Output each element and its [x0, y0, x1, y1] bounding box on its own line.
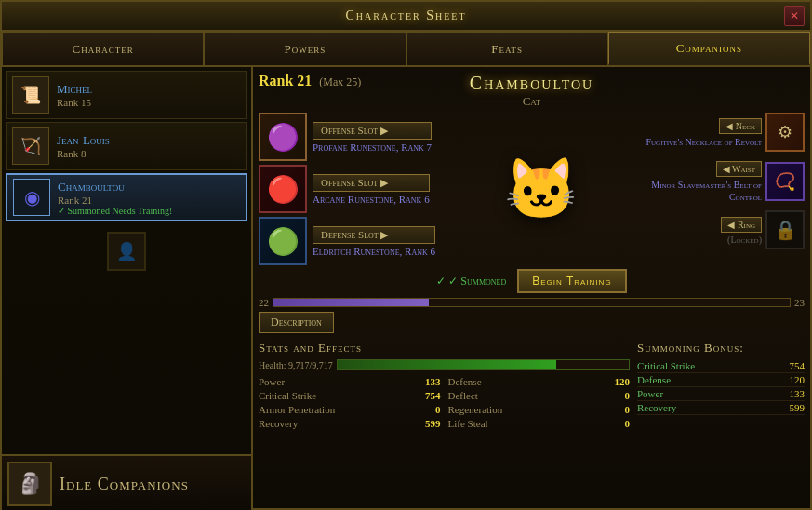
stat-crit-label: Critical Strike — [259, 390, 418, 401]
stat-deflect-label: Deflect — [448, 390, 607, 401]
tab-companions[interactable]: Companions — [608, 32, 810, 65]
description-section: Description — [259, 312, 805, 337]
stat-power-val: 133 — [425, 376, 441, 387]
stats-title: Stats and Effects — [259, 341, 630, 356]
bonus-crit-val: 754 — [790, 360, 805, 371]
window-title: Character Sheet — [345, 8, 466, 23]
equip-ring-locked: (Locked) — [721, 235, 762, 245]
slot-icon-2: 🔴 — [259, 165, 307, 213]
companion-item-jean-louis[interactable]: 🏹 Jean-Louis Rank 8 — [6, 122, 247, 170]
offense-defense-slots: 🟣 Offense Slot ▶ Profane Runestone, Rank… — [259, 113, 445, 265]
stat-recovery-val: 599 — [425, 418, 441, 429]
health-bar-row: Health: 9,717/9,717 — [259, 359, 630, 370]
xp-bar — [273, 298, 791, 307]
stats-panel: Stats and Effects Health: 9,717/9,717 Po… — [259, 341, 630, 429]
summoned-status: ✓ ✓ Summoned — [436, 275, 506, 289]
xp-bar-row: 22 23 — [259, 297, 805, 308]
equip-waist: ◀ Waist Minor Slavemaster's Belt of Cont… — [637, 159, 805, 203]
equip-waist-icon: 📿 — [765, 162, 805, 201]
stat-defense-label: Defense — [448, 376, 607, 387]
stat-armorpen-label: Armor Penetration — [259, 404, 418, 415]
companion-rank-jean-louis: Rank 8 — [57, 148, 110, 159]
equip-neck-name: Fugitive's Necklace of Revolt — [646, 136, 762, 148]
companion-name-chamboultou: Chamboultou — [58, 180, 172, 195]
companion-avatar-chamboultou: ◉ — [13, 179, 50, 216]
idle-companions-footer[interactable]: 🗿 Idle Companions — [2, 454, 251, 510]
slot-name-2: Arcane Runestone, Rank 6 — [313, 194, 430, 205]
tab-bar: Character Powers Feats Companions — [2, 32, 810, 67]
detail-rank: Rank 21 — [259, 73, 312, 88]
companion-item-chamboultou[interactable]: ◉ Chamboultou Rank 21 ✓ Summoned Needs T… — [6, 173, 247, 221]
bonus-crit-label: Critical Strike — [637, 360, 695, 371]
companion-status-chamboultou: ✓ Summoned Needs Training! — [58, 206, 172, 216]
slot-3: 🟢 Defense Slot ▶ Eldritch Runestone, Ran… — [259, 217, 445, 265]
slot-name-3: Eldritch Runestone, Rank 6 — [313, 246, 435, 257]
companion-rank-michel: Rank 15 — [57, 97, 92, 108]
stats-section: Stats and Effects Health: 9,717/9,717 Po… — [259, 341, 805, 429]
idle-companions-label: Idle Companions — [60, 475, 189, 494]
bonus-crit: Critical Strike 754 — [637, 359, 805, 373]
slot-btn-1[interactable]: Offense Slot ▶ — [313, 122, 432, 140]
slot-2: 🔴 Offense Slot ▶ Arcane Runestone, Rank … — [259, 165, 445, 213]
tab-feats[interactable]: Feats — [406, 32, 608, 65]
idle-companion-slot: 👤 — [107, 232, 146, 271]
bonus-defense-val: 120 — [790, 374, 805, 385]
equip-neck-btn[interactable]: ◀ Neck — [719, 118, 762, 134]
detail-type: Cat — [407, 94, 656, 109]
slots-area: 🟣 Offense Slot ▶ Profane Runestone, Rank… — [259, 113, 805, 265]
slot-1: 🟣 Offense Slot ▶ Profane Runestone, Rank… — [259, 113, 445, 161]
slot-icon-1: 🟣 — [259, 113, 307, 161]
tab-powers[interactable]: Powers — [204, 32, 406, 65]
stat-regen-val: 0 — [615, 404, 631, 415]
bonus-defense: Defense 120 — [637, 373, 805, 387]
close-button[interactable]: ✕ — [784, 6, 805, 26]
equip-neck-icon: ⚙ — [765, 113, 805, 152]
bonus-power: Power 133 — [637, 387, 805, 401]
description-button[interactable]: Description — [259, 312, 334, 333]
stat-lifesteal-val: 0 — [615, 418, 631, 429]
companion-name-jean-louis: Jean-Louis — [57, 133, 110, 148]
health-fill — [338, 360, 556, 369]
equip-ring-btn[interactable]: ◀ Ring — [721, 217, 762, 233]
begin-training-button[interactable]: Begin Training — [517, 269, 626, 293]
stat-regen-label: Regeneration — [448, 404, 607, 415]
stat-recovery-label: Recovery — [259, 418, 418, 429]
companion-detail: Rank 21 (Max 25) Chamboultou Cat 🟣 Offen… — [253, 67, 810, 510]
stat-lifesteal-label: Life Steal — [448, 418, 607, 429]
companion-avatar-michel: 📜 — [12, 76, 49, 114]
companion-item-michel[interactable]: 📜 Michel Rank 15 — [6, 71, 247, 119]
equip-ring: ◀ Ring (Locked) 🔒 — [637, 210, 805, 249]
bonus-power-label: Power — [637, 388, 663, 399]
summon-bonus-panel: Summoning Bonus: Critical Strike 754 Def… — [637, 341, 805, 429]
equip-waist-btn[interactable]: ◀ Waist — [716, 161, 762, 177]
xp-label-left: 22 — [259, 297, 269, 308]
xp-label-right: 23 — [794, 297, 805, 308]
companion-rank-chamboultou: Rank 21 — [58, 195, 172, 206]
health-label: Health: 9,717/9,717 — [259, 360, 333, 370]
bonus-defense-label: Defense — [637, 374, 671, 385]
bonus-recovery: Recovery 599 — [637, 401, 805, 415]
stat-crit-val: 754 — [425, 390, 441, 401]
summon-bonus-title: Summoning Bonus: — [637, 341, 805, 356]
tab-character[interactable]: Character — [2, 32, 204, 65]
summon-train-area: ✓ ✓ Summoned Begin Training — [259, 269, 805, 293]
stats-grid: Power 133 Defense 120 Critical Strike 75… — [259, 376, 630, 429]
detail-header: Rank 21 (Max 25) Chamboultou Cat — [259, 73, 805, 109]
bonus-recovery-label: Recovery — [637, 402, 676, 413]
companion-avatar-jean-louis: 🏹 — [12, 128, 49, 165]
body-area: 📜 Michel Rank 15 🏹 Jean-Louis Rank 8 ◉ C… — [2, 67, 810, 510]
slot-btn-3[interactable]: Defense Slot ▶ — [313, 226, 435, 244]
companions-list: 📜 Michel Rank 15 🏹 Jean-Louis Rank 8 ◉ C… — [2, 67, 253, 510]
slot-icon-3: 🟢 — [259, 217, 307, 265]
detail-name: Chamboultou — [407, 73, 656, 94]
companion-model: 🐱 — [452, 113, 630, 265]
stat-armorpen-val: 0 — [425, 404, 441, 415]
slot-btn-2[interactable]: Offense Slot ▶ — [313, 174, 430, 192]
equip-waist-name: Minor Slavemaster's Belt of Control — [637, 179, 762, 203]
stat-power-label: Power — [259, 376, 418, 387]
cat-sprite: 🐱 — [504, 154, 579, 224]
title-bar: Character Sheet ✕ — [2, 2, 810, 32]
detail-rank-max: (Max 25) — [319, 75, 361, 88]
main-window: Character Sheet ✕ Character Powers Feats… — [0, 0, 812, 510]
health-bar — [337, 359, 630, 370]
